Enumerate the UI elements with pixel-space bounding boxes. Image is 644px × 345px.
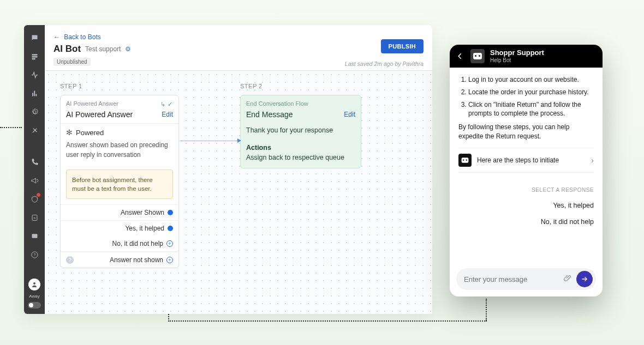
card2-actions-desc: Assign back to respective queue [241, 154, 361, 168]
user-avatar[interactable] [28, 279, 40, 290]
deco-line [168, 320, 487, 322]
message-input[interactable] [464, 275, 559, 283]
branch-label: No, it did not help [112, 240, 163, 247]
steps-list: Log in to your account on our website. L… [458, 75, 594, 118]
add-branch-icon[interactable]: + [166, 257, 173, 263]
bot-avatar-icon [458, 154, 472, 167]
inbox-icon[interactable] [29, 51, 39, 61]
card1-eyebrow: AI Powered Answer [66, 100, 118, 107]
branch-icon: ↳ [160, 101, 166, 106]
add-branch-icon[interactable]: + [166, 240, 173, 247]
response-option-no[interactable]: No, it did not help [458, 214, 594, 230]
list-item: Click on "Initiate Return" and follow th… [468, 100, 594, 119]
card2-edit-link[interactable]: Edit [344, 111, 355, 118]
gear-icon[interactable]: ⚙ [125, 45, 131, 53]
campaigns-icon[interactable] [29, 175, 39, 185]
expandable-row[interactable]: Here are the steps to initiate › [458, 148, 594, 173]
bot-avatar [470, 49, 485, 63]
library-icon[interactable]: h [29, 213, 39, 222]
chat-icon[interactable] [29, 231, 39, 241]
card1-title: AI Powered Answer [66, 110, 133, 119]
sidebar: h ? Away [24, 25, 45, 314]
last-saved-text: Last saved 2m ago by Pavithra [345, 60, 424, 67]
message-composer [456, 268, 596, 290]
back-icon[interactable] [455, 51, 465, 61]
app-window: h ? Away ← Back to Bots AI Bot Test supp… [24, 25, 432, 314]
connector-dot [168, 226, 173, 231]
back-link[interactable]: ← Back to Bots [53, 33, 101, 41]
status-label: Away [29, 294, 39, 299]
card1-description: Answer shown based on preceding user rep… [66, 140, 173, 160]
phone-header: Shoppr Support Help Bot [450, 45, 603, 68]
svg-rect-2 [32, 234, 37, 238]
powered-label: Powered [76, 129, 104, 137]
branch-yes-helped[interactable]: Yes, it helped [61, 221, 178, 236]
tools-icon[interactable] [29, 125, 39, 135]
status-badge: Unpublished [53, 58, 91, 66]
deco-line [0, 127, 22, 128]
step1-label: STEP 1 [60, 83, 179, 89]
phone-icon[interactable] [29, 157, 39, 167]
row-text: Here are the steps to initiate [477, 156, 586, 164]
sparkle-icon: ✻ [66, 128, 73, 137]
branch-label: Yes, it helped [125, 225, 164, 232]
branch-answer-shown[interactable]: Answer Shown [61, 205, 178, 220]
check-icon: ✓ [168, 101, 173, 106]
select-response-label: SELECT A RESPONSE [458, 187, 594, 193]
flow-canvas[interactable]: STEP 1 AI Powered Answer ↳ ✓ AI Powered … [45, 71, 432, 314]
branch-answer-not-shown[interactable]: ? Answer not shown + [61, 252, 178, 268]
followup-text: By following these steps, you can help e… [458, 123, 594, 141]
branch-label: Answer not shown [110, 256, 163, 264]
help-icon: ? [66, 256, 74, 264]
svg-text:?: ? [33, 253, 35, 257]
page-subtitle: Test support [85, 45, 121, 53]
phone-subtitle: Help Bot [490, 57, 544, 63]
deco-line [486, 299, 487, 320]
svg-text:h: h [33, 216, 35, 220]
card1-notice: Before bot assignment, there must be a t… [66, 170, 173, 199]
deco-line [168, 314, 169, 322]
status-toggle[interactable] [28, 302, 41, 308]
analytics-icon[interactable] [29, 88, 39, 98]
card2-eyebrow: End Conversation Flow [246, 100, 308, 107]
page-title: AI Bot [53, 44, 81, 55]
notifications-icon[interactable] [29, 194, 39, 204]
send-button[interactable] [576, 271, 593, 287]
help-icon[interactable]: ? [29, 250, 39, 259]
card2-body: Thank you for your response [241, 123, 361, 140]
phone-title: Shoppr Support [490, 49, 544, 57]
response-option-yes[interactable]: Yes, it helped [458, 197, 594, 214]
attachment-icon[interactable] [564, 274, 572, 284]
svg-point-5 [33, 282, 35, 285]
card2-title: End Message [246, 110, 293, 119]
header: ← Back to Bots AI Bot Test support ⚙ Unp… [45, 25, 432, 71]
card2-actions-header: Actions [241, 140, 361, 154]
card-end-message[interactable]: End Conversation Flow End Message Edit T… [240, 95, 361, 168]
connector-dot [168, 210, 173, 215]
publish-button[interactable]: PUBLSIH [381, 39, 424, 53]
step2-label: STEP 2 [240, 83, 361, 89]
content-area: ← Back to Bots AI Bot Test support ⚙ Unp… [45, 25, 432, 314]
spacer [29, 144, 39, 148]
list-item: Log in to your account on our website. [468, 75, 594, 84]
card1-edit-link[interactable]: Edit [162, 111, 173, 118]
branch-label: Answer Shown [121, 209, 164, 216]
settings-icon[interactable] [29, 107, 39, 117]
card-ai-powered-answer[interactable]: AI Powered Answer ↳ ✓ AI Powered Answer … [60, 95, 179, 268]
chat-preview-phone: Shoppr Support Help Bot Log in to your a… [450, 45, 603, 296]
back-label: Back to Bots [64, 33, 100, 41]
branch-no-help[interactable]: No, it did not help + [61, 236, 178, 251]
messages-icon[interactable] [29, 33, 39, 43]
activity-icon[interactable] [29, 70, 39, 80]
phone-body: Log in to your account on our website. L… [450, 68, 603, 235]
chevron-right-icon: › [591, 156, 594, 165]
list-item: Locate the order in your purchase histor… [468, 88, 594, 97]
flow-connector [180, 141, 240, 142]
